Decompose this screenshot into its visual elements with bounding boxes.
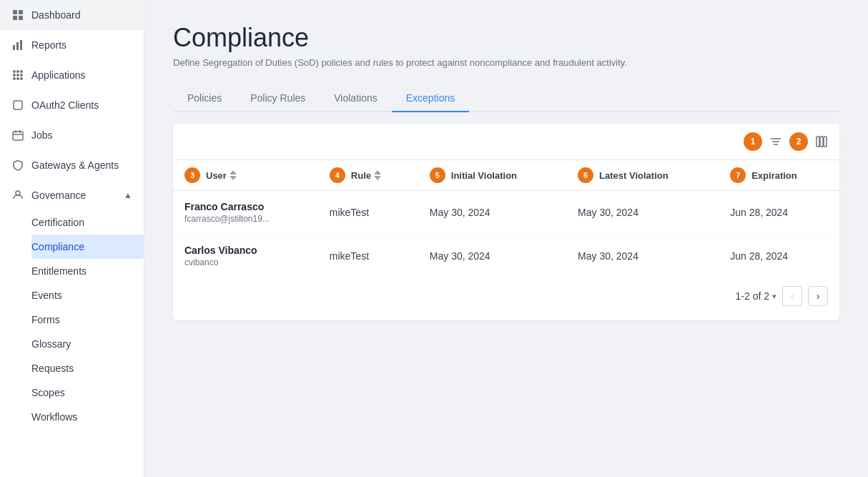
col-latest-violation: 6 Latest Violation [566,160,719,191]
sidebar-item-scopes[interactable]: Scopes [31,380,144,405]
svg-point-21 [16,191,20,195]
person-icon [11,189,24,202]
cell-user: Franco Carrasco fcarrasco@jstilton19... [173,191,318,235]
svg-point-7 [13,70,16,73]
svg-point-13 [13,77,16,80]
sidebar-item-scopes-label: Scopes [31,387,65,398]
sidebar: Dashboard Reports Applications OAuth2 Cl… [0,0,144,477]
cell-expiration: Jun 28, 2024 [719,191,839,235]
page-info[interactable]: 1-2 of 2 ▾ [736,290,776,302]
table-row[interactable]: Franco Carrasco fcarrasco@jstilton19... … [173,191,839,235]
sidebar-item-jobs[interactable]: Jobs [0,120,144,150]
svg-rect-6 [20,40,22,50]
sidebar-item-entitlements-label: Entitlements [31,265,87,277]
square-icon [11,99,24,112]
sidebar-item-applications-label: Applications [31,69,86,81]
cell-initial-violation: May 30, 2024 [418,235,566,278]
svg-marker-28 [230,170,237,174]
sidebar-item-compliance-label: Compliance [31,241,84,252]
col-badge-expiration: 7 [730,167,746,183]
sidebar-item-governance[interactable]: Governance ▲ [0,180,144,210]
columns-badge: 2 [789,132,808,151]
sidebar-item-compliance[interactable]: Compliance [31,235,144,259]
col-rule: 4 Rule [318,160,418,191]
col-latest-label: Latest Violation [599,170,669,181]
bar-chart-icon [11,39,24,51]
sidebar-item-events[interactable]: Events [31,283,144,308]
shield-icon [11,159,24,172]
sidebar-item-glossary[interactable]: Glossary [31,332,144,356]
svg-rect-2 [13,16,17,20]
svg-rect-17 [13,132,23,140]
prev-page-button[interactable]: ‹ [782,286,802,306]
svg-rect-1 [19,10,23,14]
sidebar-item-requests[interactable]: Requests [31,356,144,380]
sidebar-item-applications[interactable]: Applications [0,60,144,90]
sort-user-icon[interactable] [230,170,237,180]
svg-point-9 [20,70,23,73]
sidebar-item-workflows-label: Workflows [31,411,77,423]
svg-rect-16 [14,101,22,109]
tab-exceptions[interactable]: Exceptions [392,85,469,112]
sidebar-item-forms[interactable]: Forms [31,308,144,332]
col-expiration: 7 Expiration [719,160,839,191]
svg-rect-3 [19,16,23,20]
table-card: 1 2 [173,124,839,320]
svg-rect-4 [13,45,15,50]
sidebar-item-reports[interactable]: Reports [0,30,144,60]
svg-point-14 [16,77,19,80]
svg-marker-29 [230,176,237,180]
table-toolbar: 1 2 [173,124,839,159]
sidebar-item-certification[interactable]: Certification [31,210,144,235]
sidebar-item-events-label: Events [31,290,62,301]
svg-marker-30 [374,170,381,174]
sidebar-item-jobs-label: Jobs [31,129,53,141]
cell-latest-violation: May 30, 2024 [566,235,719,278]
tab-violations[interactable]: Violations [320,85,391,112]
sidebar-item-gateways[interactable]: Gateways & Agents [0,150,144,180]
user-name: Carlos Vibanco [184,245,307,256]
sidebar-item-glossary-label: Glossary [31,338,71,350]
filter-badge: 1 [744,132,762,151]
svg-rect-25 [817,137,819,147]
tabs-bar: Policies Policy Rules Violations Excepti… [173,85,839,112]
sidebar-item-entitlements[interactable]: Entitlements [31,259,144,283]
columns-icon[interactable] [815,135,828,148]
sidebar-item-certification-label: Certification [31,217,84,228]
sidebar-item-dashboard[interactable]: Dashboard [0,0,144,30]
cell-initial-violation: May 30, 2024 [418,191,566,235]
chevron-up-icon: ▲ [124,190,132,200]
svg-rect-26 [820,137,823,147]
user-email: fcarrasco@jstilton19... [184,214,307,224]
apps-icon [11,69,24,82]
table-row[interactable]: Carlos Vibanco cvibanco mikeTest May 30,… [173,235,839,278]
col-initial-violation: 5 Initial Violation [418,160,566,191]
col-expiration-label: Expiration [751,170,797,181]
chevron-down-icon: ▾ [772,292,776,301]
governance-submenu: Certification Compliance Entitlements Ev… [0,210,144,429]
col-badge-user: 3 [184,167,200,183]
sort-rule-icon[interactable] [374,170,381,180]
sidebar-item-workflows[interactable]: Workflows [31,405,144,429]
user-name: Franco Carrasco [184,201,307,212]
sidebar-item-forms-label: Forms [31,314,60,325]
svg-point-10 [13,74,16,77]
cell-rule: mikeTest [318,235,418,278]
svg-point-12 [20,74,23,77]
cell-expiration: Jun 28, 2024 [719,235,839,278]
col-user-label: User [206,170,227,181]
exceptions-table: 3 User 4 Rule [173,159,839,277]
cell-latest-violation: May 30, 2024 [566,191,719,235]
page-subtitle: Define Segregation of Duties (SoD) polic… [173,57,839,68]
svg-rect-5 [16,42,19,50]
tab-policies[interactable]: Policies [173,85,236,112]
col-badge-rule: 4 [330,167,345,183]
filter-icon[interactable] [769,135,782,148]
sidebar-item-gateways-label: Gateways & Agents [31,159,119,171]
tab-policy-rules[interactable]: Policy Rules [236,85,320,112]
svg-point-8 [16,70,19,73]
sidebar-item-oauth2-label: OAuth2 Clients [31,99,99,111]
next-page-button[interactable]: › [808,286,828,306]
sidebar-item-oauth2[interactable]: OAuth2 Clients [0,90,144,120]
cell-user: Carlos Vibanco cvibanco [173,235,318,278]
